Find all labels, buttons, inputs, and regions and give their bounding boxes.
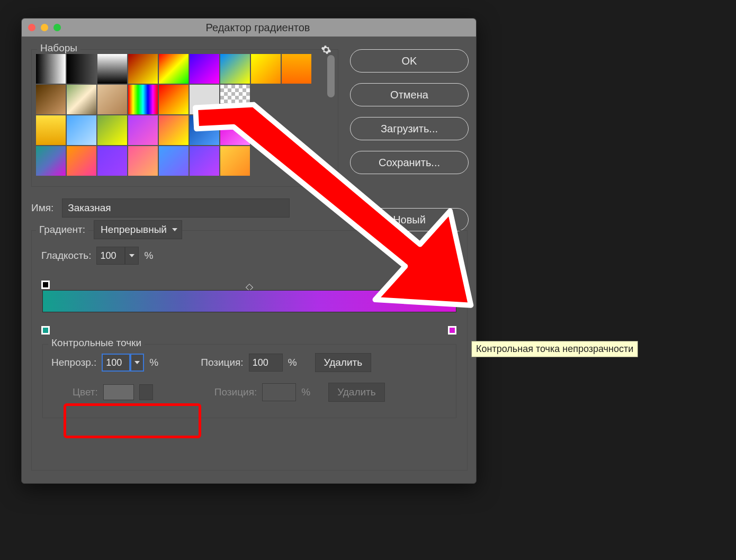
preset-swatch[interactable]	[67, 85, 96, 114]
gradient-type-label: Градиент:	[36, 224, 88, 236]
preset-swatch[interactable]	[67, 115, 96, 145]
preset-swatch[interactable]	[220, 54, 250, 84]
gradient-editor-dialog: Редактор градиентов Наборы OK Отмена Заг…	[21, 18, 477, 484]
delete-opacity-stop-button[interactable]: Удалить	[315, 353, 372, 372]
preset-swatch[interactable]	[282, 54, 311, 84]
preset-swatch[interactable]	[190, 85, 219, 114]
zoom-icon[interactable]	[53, 24, 61, 31]
preset-swatch[interactable]	[128, 115, 158, 145]
cancel-button[interactable]: Отмена	[350, 83, 469, 106]
preset-swatch[interactable]	[159, 115, 189, 145]
delete-color-stop-button: Удалить	[328, 383, 385, 402]
chevron-down-icon[interactable]	[125, 247, 139, 265]
color-position-input	[262, 383, 296, 401]
preset-swatch[interactable]	[190, 146, 219, 176]
color-stop-left[interactable]	[41, 326, 50, 335]
preset-swatch[interactable]	[97, 85, 127, 114]
opacity-unit: %	[149, 357, 158, 368]
gradient-type-dropdown[interactable]: Непрерывный	[94, 220, 182, 239]
color-position-label: Позиция:	[214, 386, 257, 398]
control-points-fieldset: Контрольные точки Непрозр.: % Позиция: %…	[42, 344, 456, 418]
opacity-input[interactable]	[102, 354, 130, 372]
preset-swatch[interactable]	[251, 54, 281, 84]
minimize-icon[interactable]	[41, 24, 48, 31]
color-well[interactable]	[103, 384, 134, 400]
preset-swatch[interactable]	[220, 146, 250, 176]
scrollbar-vertical[interactable]	[327, 55, 335, 97]
gradient-fieldset: Градиент: Непрерывный Гладкость: %	[31, 230, 468, 471]
preset-swatch[interactable]	[36, 146, 66, 176]
smoothness-unit: %	[144, 250, 153, 261]
tooltip-text: Контрольная точка непрозрачности	[476, 344, 633, 354]
gradient-bar-wrap	[42, 281, 456, 323]
opacity-position-unit: %	[288, 357, 297, 368]
smoothness-stepper[interactable]	[96, 247, 139, 265]
preset-swatch[interactable]	[159, 85, 189, 114]
preset-swatch[interactable]	[128, 54, 158, 84]
opacity-stop-right[interactable]	[448, 281, 456, 289]
preset-swatch[interactable]	[67, 146, 96, 176]
presets-legend: Наборы	[37, 42, 80, 54]
color-position-unit: %	[301, 386, 310, 398]
preset-swatch[interactable]	[97, 146, 127, 176]
chevron-down-icon[interactable]	[139, 384, 153, 400]
opacity-label: Непрозр.:	[51, 357, 96, 368]
window-controls	[28, 24, 61, 31]
titlebar[interactable]: Редактор градиентов	[22, 19, 476, 37]
opacity-position-label: Позиция:	[201, 357, 243, 368]
smoothness-input[interactable]	[96, 247, 125, 265]
control-points-legend: Контрольные точки	[48, 337, 145, 349]
window-title: Редактор градиентов	[61, 22, 476, 34]
name-input[interactable]	[62, 198, 290, 218]
opacity-position-input[interactable]	[249, 354, 283, 372]
name-label: Имя:	[31, 202, 53, 214]
preset-swatch[interactable]	[36, 85, 66, 114]
presets-fieldset: Наборы	[31, 49, 338, 187]
preset-swatch[interactable]	[190, 115, 219, 145]
preset-swatch-grid	[36, 54, 323, 176]
preset-swatch[interactable]	[36, 54, 66, 84]
color-label: Цвет:	[73, 386, 98, 398]
preset-swatch[interactable]	[128, 146, 158, 176]
smoothness-label: Гладкость:	[41, 250, 91, 261]
preset-swatch[interactable]	[97, 115, 127, 145]
preset-swatch-scroll[interactable]	[36, 54, 323, 182]
dialog-content: Наборы OK Отмена Загрузить... Сохранить.…	[22, 37, 476, 483]
load-button[interactable]: Загрузить...	[350, 117, 469, 140]
gradient-type-value: Непрерывный	[101, 224, 167, 236]
close-icon[interactable]	[28, 24, 35, 31]
gear-icon[interactable]	[321, 44, 331, 55]
opacity-stop-left[interactable]	[41, 281, 50, 289]
preset-swatch[interactable]	[159, 54, 189, 84]
gradient-bar[interactable]	[42, 290, 456, 312]
preset-swatch[interactable]	[36, 115, 66, 145]
ok-button[interactable]: OK	[350, 49, 469, 73]
preset-swatch[interactable]	[97, 54, 127, 84]
chevron-down-icon[interactable]	[130, 354, 144, 372]
preset-swatch[interactable]	[190, 54, 219, 84]
opacity-stepper[interactable]	[102, 354, 144, 372]
preset-swatch[interactable]	[128, 85, 158, 114]
save-button[interactable]: Сохранить...	[350, 151, 469, 174]
dialog-buttons-column: OK Отмена Загрузить... Сохранить...	[350, 49, 469, 174]
preset-swatch[interactable]	[220, 115, 250, 145]
preset-swatch[interactable]	[159, 146, 189, 176]
color-stop-right[interactable]	[448, 326, 456, 335]
preset-swatch[interactable]	[220, 85, 250, 114]
preset-swatch[interactable]	[67, 54, 96, 84]
tooltip: Контрольная точка непрозрачности	[471, 341, 638, 357]
